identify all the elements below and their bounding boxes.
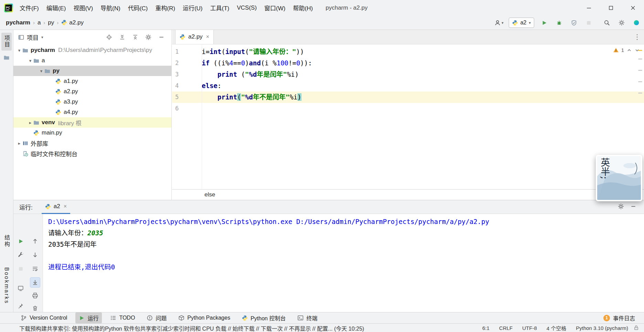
lock-icon[interactable] xyxy=(633,325,639,331)
scroll-end-button[interactable] xyxy=(30,277,40,288)
tree-row[interactable]: ▾a xyxy=(13,55,171,66)
toolwindow-tab[interactable]: 运行 xyxy=(75,312,102,323)
run-tab-a2[interactable]: a2 × xyxy=(42,200,70,214)
toolwindow-tab[interactable]: 终端 xyxy=(294,312,321,323)
menu-item[interactable]: 代码(C) xyxy=(124,0,152,15)
user-menu-button[interactable]: ▾ xyxy=(494,20,504,26)
chevron-down-icon[interactable]: ▾ xyxy=(41,35,43,40)
menu-item[interactable]: 视图(V) xyxy=(70,0,97,15)
stripe-tab-structure[interactable]: 结构 xyxy=(2,235,11,248)
scrollbar-mark[interactable] xyxy=(638,70,642,71)
minimize-button[interactable] xyxy=(578,0,600,15)
tree-row[interactable]: a3.py xyxy=(13,97,171,107)
code-line[interactable]: 5 print("%d年不是闰年"%i) xyxy=(172,92,644,103)
run-config-selector[interactable]: a2 ▾ xyxy=(509,18,534,28)
toolwindow-tab[interactable]: Python Packages xyxy=(175,313,234,322)
toolwindow-tab[interactable]: 问题 xyxy=(143,312,170,323)
code-line[interactable]: 3 print ("%d年是闰年"%i) xyxy=(172,69,644,80)
scrollbar-mark[interactable] xyxy=(638,93,642,94)
rerun-button[interactable] xyxy=(15,236,26,246)
debug-button[interactable] xyxy=(554,18,564,28)
menu-item[interactable]: 运行(U) xyxy=(179,0,207,15)
code-line[interactable]: 4else: xyxy=(172,80,644,92)
wrench-button[interactable] xyxy=(15,250,26,260)
menu-item[interactable]: 窗口(W) xyxy=(261,0,289,15)
stop-button[interactable] xyxy=(15,264,26,274)
status-widget[interactable]: CRLF xyxy=(499,325,513,331)
line-number[interactable]: 2 xyxy=(172,57,202,69)
close-icon[interactable]: × xyxy=(64,203,67,210)
sphere-button[interactable] xyxy=(632,18,641,28)
tree-row[interactable]: a4.py xyxy=(13,107,171,117)
chevron-up-icon[interactable] xyxy=(626,47,632,53)
scrollbar-mark[interactable] xyxy=(638,50,642,51)
code-editor[interactable]: 1i=int(input("请输入年份："))2if ((i%4==0)and(… xyxy=(172,44,644,189)
menu-item[interactable]: 帮助(H) xyxy=(289,0,317,15)
tree-row[interactable]: main.py xyxy=(13,128,171,138)
line-number[interactable]: 4 xyxy=(172,80,202,92)
tree-row[interactable]: ▸venvlibrary 根 xyxy=(13,117,171,128)
tree-row[interactable]: ▾pycharmD:\Users\admin\PycharmProjects\p… xyxy=(13,45,171,55)
menu-item[interactable]: 工具(T) xyxy=(207,0,233,15)
breadcrumb-else[interactable]: else xyxy=(204,191,215,198)
scrollbar-mark[interactable] xyxy=(638,58,642,60)
editor-tab-a2py[interactable]: a2.py × xyxy=(175,30,214,44)
chevron-down-icon[interactable]: ▾ xyxy=(38,68,44,74)
hide-button[interactable] xyxy=(158,33,165,41)
settings-button[interactable] xyxy=(145,33,152,41)
menu-item[interactable]: 导航(N) xyxy=(97,0,124,15)
breadcrumb-item[interactable]: pycharm xyxy=(6,19,30,26)
line-number[interactable]: 6 xyxy=(172,103,202,114)
menu-item[interactable]: 重构(R) xyxy=(151,0,179,15)
project-panel-title[interactable]: 项目 xyxy=(27,33,39,42)
hide-button[interactable] xyxy=(630,203,636,211)
settings-button[interactable] xyxy=(618,203,624,211)
menu-item[interactable]: 编辑(E) xyxy=(43,0,70,15)
close-button[interactable] xyxy=(622,0,644,15)
code-line[interactable]: 2if ((i%4==0)and(i %100!=0)): xyxy=(172,57,644,69)
run-button[interactable] xyxy=(539,18,549,28)
line-number[interactable]: 1 xyxy=(172,46,202,57)
folder-icon[interactable] xyxy=(4,55,10,61)
step-down-button[interactable] xyxy=(30,250,40,260)
code-line[interactable]: 6 xyxy=(172,103,644,114)
event-log-widget[interactable]: 1事件日志 xyxy=(603,314,635,322)
scrollbar-mark[interactable] xyxy=(638,81,642,82)
close-icon[interactable]: × xyxy=(206,34,209,40)
breadcrumb-item[interactable]: py xyxy=(48,19,54,26)
chevron-down-icon[interactable]: ▾ xyxy=(27,58,33,63)
tree-row[interactable]: ▾py xyxy=(13,66,171,76)
menu-item[interactable]: 文件(F) xyxy=(16,0,43,15)
stripe-tab-bookmarks[interactable]: Bookmarks xyxy=(3,267,10,304)
coverage-button[interactable] xyxy=(569,18,579,28)
tree-row[interactable]: a1.py xyxy=(13,76,171,86)
run-console[interactable]: D:\Users\admin\PycharmProjects\pycharm\v… xyxy=(43,214,644,312)
pin-button[interactable] xyxy=(15,301,26,311)
chevron-right-icon[interactable]: ▸ xyxy=(27,120,33,125)
tree-row[interactable]: 临时文件和控制台 xyxy=(13,148,171,159)
breadcrumb-item[interactable]: a xyxy=(38,19,41,26)
step-up-button[interactable] xyxy=(30,236,40,246)
breadcrumb-item[interactable]: a2.py xyxy=(61,19,84,26)
console-button[interactable] xyxy=(15,283,26,293)
expand-all-button[interactable] xyxy=(118,33,126,41)
tree-row[interactable]: ▸外部库 xyxy=(13,138,171,148)
soft-wrap-button[interactable] xyxy=(30,264,40,274)
toolwindow-tab[interactable]: TODO xyxy=(107,313,138,322)
chevron-down-icon[interactable]: ▾ xyxy=(16,48,22,53)
tree-row[interactable]: a2.py xyxy=(13,86,171,97)
stop-button[interactable] xyxy=(584,18,593,28)
line-number[interactable]: 5 xyxy=(172,92,202,103)
chevron-right-icon[interactable]: ▸ xyxy=(16,141,22,146)
search-button[interactable] xyxy=(602,18,612,28)
status-widget[interactable]: UTF-8 xyxy=(522,325,537,331)
menu-item[interactable]: VCS(S) xyxy=(233,0,261,15)
stripe-tab-project[interactable]: 项目 xyxy=(1,33,12,51)
toolwindow-tab[interactable]: Python 控制台 xyxy=(239,312,289,323)
line-number[interactable]: 3 xyxy=(172,69,202,80)
code-line[interactable]: 1i=int(input("请输入年份：")) xyxy=(172,46,644,57)
status-widget[interactable]: Python 3.10 (pycharm) xyxy=(576,325,628,331)
print-button[interactable] xyxy=(30,290,40,301)
maximize-button[interactable] xyxy=(600,0,622,15)
toolwindow-tab[interactable]: Version Control xyxy=(17,313,71,322)
